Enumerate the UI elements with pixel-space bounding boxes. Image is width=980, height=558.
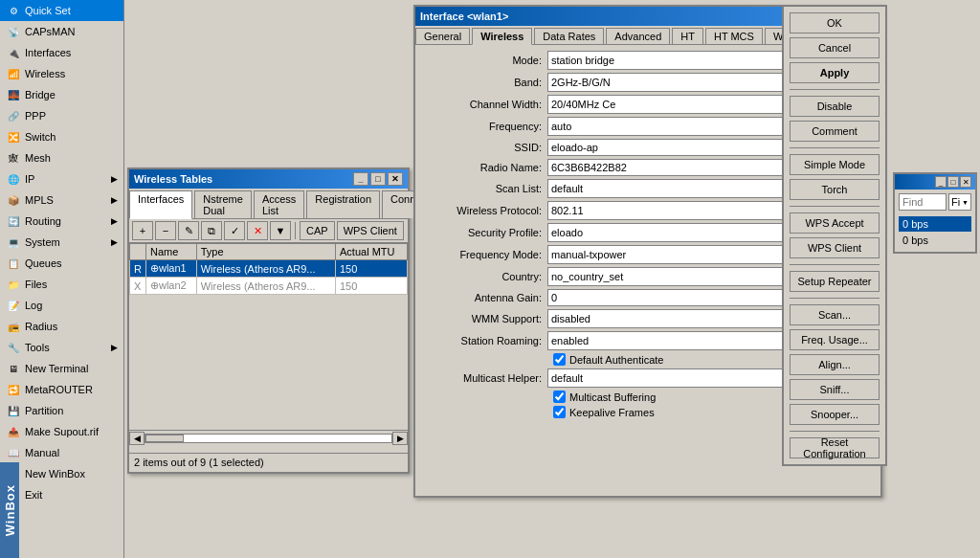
metarouter-icon: 🔁 [6, 382, 21, 397]
delete-button[interactable]: ✕ [247, 221, 268, 240]
sidebar-item-log[interactable]: 📝 Log [0, 295, 123, 316]
freq-usage-button[interactable]: Freq. Usage... [790, 329, 880, 350]
enable-button[interactable]: ✓ [224, 221, 245, 240]
default-authenticate-checkbox[interactable] [553, 353, 566, 366]
winbox-bar: WinBox [0, 462, 19, 558]
cancel-button[interactable]: Cancel [790, 37, 880, 58]
tab-interfaces[interactable]: Interfaces [129, 190, 192, 219]
torch-button[interactable]: Torch [790, 179, 880, 200]
sidebar-item-mesh[interactable]: 🕸 Mesh [0, 147, 123, 168]
disable-button[interactable]: Disable [790, 96, 880, 117]
tab-advanced[interactable]: Advanced [606, 28, 670, 44]
scan-button[interactable]: Scan... [790, 304, 880, 325]
sidebar-item-label: PPP [25, 110, 46, 122]
sidebar-item-files[interactable]: 📁 Files [0, 274, 123, 295]
sidebar-item-partition[interactable]: 💾 Partition [0, 400, 123, 421]
row-type: Wireless (Atheros AR9... [196, 260, 335, 278]
separator [790, 264, 880, 265]
tools-icon: 🔧 [6, 340, 21, 355]
find-row: Fi ▼ [899, 193, 971, 213]
sidebar-item-metarouter[interactable]: 🔁 MetaROUTER [0, 379, 123, 400]
sidebar-item-manual[interactable]: 📖 Manual [0, 442, 123, 463]
scroll-right-btn[interactable]: ▶ [392, 432, 408, 445]
sidebar-item-ip[interactable]: 🌐 IP ▶ [0, 168, 123, 190]
tab-access-list[interactable]: Access List [254, 190, 304, 218]
system-icon: 💻 [6, 234, 21, 250]
sidebar-item-tools[interactable]: 🔧 Tools ▶ [0, 337, 123, 358]
sidebar-item-radius[interactable]: 📻 Radius [0, 316, 123, 337]
maximize-button[interactable]: □ [947, 176, 959, 188]
multicast-buffering-checkbox[interactable] [553, 391, 566, 403]
close-button[interactable]: ✕ [388, 172, 403, 186]
tab-data-rates[interactable]: Data Rates [534, 28, 604, 44]
cap-button[interactable]: CAP [300, 221, 335, 240]
sidebar-item-quick-set[interactable]: ⚙ Quick Set [0, 0, 123, 21]
chevron-right-icon: ▶ [111, 237, 118, 247]
table-row[interactable]: X ⊕wlan2 Wireless (Atheros AR9... 150 [130, 278, 408, 295]
ssid-label: SSID: [423, 142, 547, 153]
tab-nstreme-dual[interactable]: Nstreme Dual [194, 190, 252, 218]
multicast-buffering-label: Multicast Buffering [569, 391, 656, 403]
find-input[interactable] [899, 193, 947, 211]
scrollbar-thumb[interactable] [145, 435, 184, 442]
sidebar-item-label: System [25, 236, 60, 248]
scrollbar-track[interactable] [145, 434, 392, 443]
capsman-icon: 📡 [6, 24, 21, 39]
remove-button[interactable]: − [155, 221, 176, 240]
title-buttons: _ □ ✕ [353, 172, 403, 186]
copy-button[interactable]: ⧉ [201, 221, 222, 240]
sidebar-item-interfaces[interactable]: 🔌 Interfaces [0, 42, 123, 63]
sidebar-item-make-supout[interactable]: 📤 Make Supout.rif [0, 421, 123, 442]
wps-accept-button[interactable]: WPS Accept [790, 212, 880, 234]
horizontal-scrollbar[interactable]: ◀ ▶ [129, 430, 408, 445]
sidebar-item-wireless[interactable]: 📶 Wireless [0, 63, 123, 84]
sniff-button[interactable]: Sniff... [790, 379, 880, 400]
separator [790, 298, 880, 299]
maximize-button[interactable]: □ [370, 172, 386, 186]
sidebar-item-label: Exit [25, 489, 42, 501]
sidebar-item-capsman[interactable]: 📡 CAPsMAN [0, 21, 123, 42]
frequency-mode-value: manual-txpower [551, 249, 626, 260]
tab-wireless[interactable]: Wireless [472, 28, 532, 45]
ok-button[interactable]: OK [790, 12, 880, 33]
tab-ht[interactable]: HT [672, 28, 703, 44]
sidebar-item-mpls[interactable]: 📦 MPLS ▶ [0, 190, 123, 211]
close-button[interactable]: ✕ [960, 176, 971, 188]
find-dropdown-value: Fi [951, 196, 960, 208]
edit-button[interactable]: ✎ [178, 221, 199, 240]
filter-button[interactable]: ▼ [270, 221, 291, 240]
align-button[interactable]: Align... [790, 354, 880, 375]
scroll-left-btn[interactable]: ◀ [129, 432, 145, 445]
simple-mode-button[interactable]: Simple Mode [790, 154, 880, 175]
row-mtu: 150 [336, 278, 408, 295]
sidebar-item-system[interactable]: 💻 System ▶ [0, 232, 123, 253]
sidebar-item-label: Bridge [25, 89, 56, 100]
sidebar-item-label: Files [25, 279, 47, 290]
sidebar-item-new-terminal[interactable]: 🖥 New Terminal [0, 358, 123, 379]
reset-config-button[interactable]: Reset Configuration [790, 437, 880, 458]
minimize-button[interactable]: _ [353, 172, 368, 186]
wps-client-button[interactable]: WPS Client [790, 237, 880, 258]
snooper-button[interactable]: Snooper... [790, 404, 880, 425]
apply-button[interactable]: Apply [790, 62, 880, 83]
tab-ht-mcs[interactable]: HT MCS [705, 28, 763, 44]
table-row[interactable]: R ⊕wlan1 Wireless (Atheros AR9... 150 [130, 260, 408, 278]
add-button[interactable]: + [132, 221, 153, 240]
wireless-tables-tabs: Interfaces Nstreme Dual Access List Regi… [129, 189, 408, 219]
sidebar-item-routing[interactable]: 🔄 Routing ▶ [0, 211, 123, 232]
files-icon: 📁 [6, 277, 21, 292]
tab-registration[interactable]: Registration [306, 190, 380, 218]
sidebar-item-switch[interactable]: 🔀 Switch [0, 126, 123, 147]
sidebar-item-ppp[interactable]: 🔗 PPP [0, 105, 123, 126]
sidebar-item-queues[interactable]: 📋 Queues [0, 253, 123, 274]
right-panel: OK Cancel Apply Disable Comment Simple M… [782, 5, 887, 466]
minimize-button[interactable]: _ [935, 176, 947, 188]
setup-repeater-button[interactable]: Setup Repeater [790, 271, 880, 292]
keepalive-frames-checkbox[interactable] [553, 406, 566, 418]
sidebar-item-bridge[interactable]: 🌉 Bridge [0, 84, 123, 105]
terminal-icon: 🖥 [6, 361, 21, 376]
wps-client-button[interactable]: WPS Client [337, 221, 404, 240]
find-dropdown[interactable]: Fi ▼ [948, 193, 971, 211]
tab-general[interactable]: General [415, 28, 470, 44]
comment-button[interactable]: Comment [790, 121, 880, 142]
